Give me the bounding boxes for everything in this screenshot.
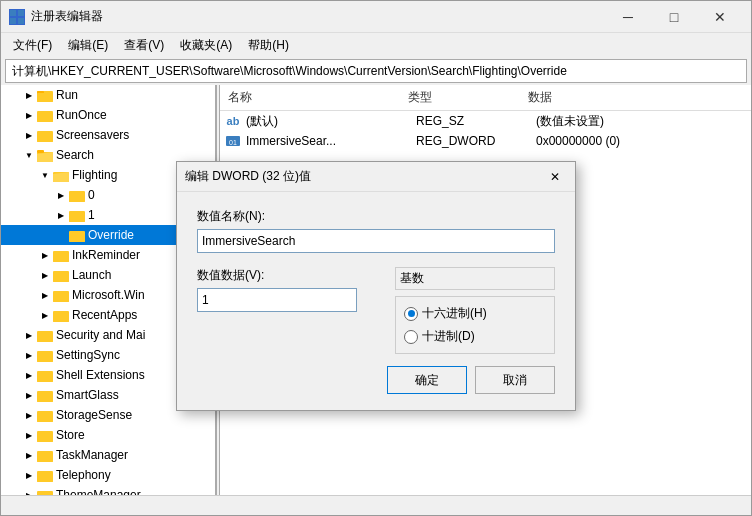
svg-rect-1 [18,10,24,16]
detail-name: ImmersiveSear... [246,134,416,148]
expand-icon[interactable]: ▼ [37,167,53,183]
folder-icon [37,408,53,422]
dword-dialog: 编辑 DWORD (32 位)值 ✕ 数值名称(N): 数值数据(V): 基数 [176,161,576,411]
tree-label: Launch [72,268,111,282]
svg-rect-10 [37,133,53,142]
dialog-body: 数值名称(N): 数值数据(V): 基数 十六进制(H) [177,192,575,410]
expand-icon[interactable]: ▶ [37,247,53,263]
tree-label: 1 [88,208,95,222]
expand-icon[interactable]: ▶ [21,447,37,463]
main-window: 注册表编辑器 ─ □ ✕ 文件(F) 编辑(E) 查看(V) 收藏夹(A) 帮助… [0,0,752,516]
details-row[interactable]: ab (默认) REG_SZ (数值未设置) [220,111,751,131]
tree-item-taskmanager[interactable]: ▶ TaskManager [1,445,215,465]
tree-label: StorageSense [56,408,132,422]
tree-item-run[interactable]: ▶ Run [1,85,215,105]
svg-rect-35 [37,373,53,382]
tree-item-thememanager[interactable]: ▶ ThemeManager [1,485,215,495]
tree-label: Shell Extensions [56,368,145,382]
expand-icon[interactable]: ▶ [37,287,53,303]
radio-hex[interactable]: 十六进制(H) [404,305,546,322]
tree-item-telephony[interactable]: ▶ Telephony [1,465,215,485]
tree-label: Flighting [72,168,117,182]
folder-icon-open [37,148,53,162]
title-bar: 注册表编辑器 ─ □ ✕ [1,1,751,33]
maximize-button[interactable]: □ [651,1,697,33]
expand-icon[interactable]: ▶ [21,427,37,443]
expand-icon[interactable]: ▶ [21,347,37,363]
radio-hex-label: 十六进制(H) [422,305,487,322]
value-data-section: 数值数据(V): [197,267,379,354]
folder-icon-selected [69,228,85,242]
value-name-input[interactable] [197,229,555,253]
ok-button[interactable]: 确定 [387,366,467,394]
svg-rect-17 [69,193,85,202]
tree-label: Security and Mai [56,328,145,342]
svg-rect-3 [18,18,24,24]
expand-icon[interactable]: ▶ [53,207,69,223]
address-bar: 计算机\HKEY_CURRENT_USER\Software\Microsoft… [5,59,747,83]
svg-rect-31 [37,333,53,342]
menu-favorites[interactable]: 收藏夹(A) [172,35,240,56]
svg-rect-19 [69,213,85,222]
expand-icon[interactable]: ▶ [21,407,37,423]
details-row[interactable]: 01 ImmersiveSear... REG_DWORD 0x00000000… [220,131,751,151]
menu-file[interactable]: 文件(F) [5,35,60,56]
radio-decimal-label: 十进制(D) [422,328,475,345]
app-icon [9,9,25,25]
expand-icon[interactable]: ▶ [21,387,37,403]
radio-decimal[interactable]: 十进制(D) [404,328,546,345]
folder-icon [53,288,69,302]
col-header-type: 类型 [400,87,520,108]
expand-icon[interactable]: ▼ [21,147,37,163]
menu-view[interactable]: 查看(V) [116,35,172,56]
details-header: 名称 类型 数据 [220,85,751,111]
folder-icon [53,308,69,322]
svg-rect-8 [37,113,53,122]
folder-icon [37,388,53,402]
close-button[interactable]: ✕ [697,1,743,33]
expand-icon[interactable]: ▶ [21,127,37,143]
svg-rect-29 [53,313,69,322]
tree-label: Search [56,148,94,162]
cancel-button[interactable]: 取消 [475,366,555,394]
tree-label: Telephony [56,468,111,482]
svg-rect-25 [53,273,69,282]
svg-rect-6 [37,93,53,102]
menu-help[interactable]: 帮助(H) [240,35,297,56]
svg-rect-21 [69,233,85,242]
tree-label: SettingSync [56,348,120,362]
minimize-button[interactable]: ─ [605,1,651,33]
svg-rect-37 [37,393,53,402]
value-data-input[interactable] [197,288,357,312]
expand-icon[interactable]: ▶ [37,267,53,283]
tree-label: RecentApps [72,308,137,322]
menu-edit[interactable]: 编辑(E) [60,35,116,56]
svg-rect-41 [37,433,53,442]
base-label: 基数 [395,267,555,290]
expand-icon[interactable]: ▶ [21,487,37,495]
svg-rect-43 [37,453,53,462]
folder-icon [53,248,69,262]
tree-item-store[interactable]: ▶ Store [1,425,215,445]
dialog-title: 编辑 DWORD (32 位)值 [185,168,543,185]
dialog-buttons: 确定 取消 [197,366,555,394]
col-header-data: 数据 [520,87,751,108]
expand-icon[interactable]: ▶ [53,187,69,203]
tree-label: Store [56,428,85,442]
tree-item-runonce[interactable]: ▶ RunOnce [1,105,215,125]
dialog-close-button[interactable]: ✕ [543,165,567,189]
expand-icon[interactable]: ▶ [21,327,37,343]
tree-label: Microsoft.Win [72,288,145,302]
expand-icon[interactable]: ▶ [21,467,37,483]
tree-item-screensavers[interactable]: ▶ Screensavers [1,125,215,145]
folder-icon [37,488,53,495]
expand-icon[interactable]: ▶ [21,107,37,123]
detail-type: REG_DWORD [416,134,536,148]
folder-icon [37,448,53,462]
value-data-row: 数值数据(V): 基数 十六进制(H) 十进制(D) [197,267,555,354]
expand-icon[interactable]: ▶ [21,367,37,383]
tree-label: Run [56,88,78,102]
folder-icon [69,188,85,202]
expand-icon[interactable]: ▶ [37,307,53,323]
expand-icon[interactable]: ▶ [21,87,37,103]
